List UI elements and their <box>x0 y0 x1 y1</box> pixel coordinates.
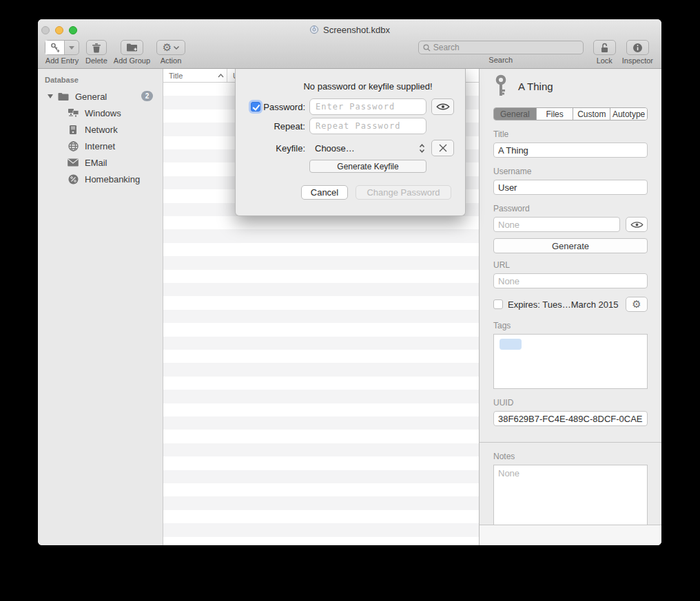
inspector-footer <box>480 525 661 545</box>
inspector-tabs: General Files Custom Autotype <box>493 107 648 120</box>
disclosure-triangle-icon[interactable] <box>46 94 54 98</box>
notes-section: Notes <box>480 442 661 531</box>
sheet-keyfile-label: Keyfile: <box>276 143 305 154</box>
cancel-button[interactable]: Cancel <box>301 185 348 200</box>
eye-icon <box>630 221 644 229</box>
password-label: Password <box>493 204 648 213</box>
generate-keyfile-button[interactable]: Generate Keyfile <box>309 160 426 173</box>
server-icon <box>67 125 79 135</box>
url-label: URL <box>493 260 648 270</box>
sidebar-item-network[interactable]: Network <box>38 121 163 138</box>
gear-icon: ⚙ <box>632 299 641 310</box>
sidebar-item-label: Network <box>85 125 118 135</box>
info-icon <box>632 43 643 53</box>
toolbar-right: Search Lock Insp <box>418 40 653 65</box>
inspector-panel: A Thing General Files Custom Autotype Ti… <box>479 69 661 545</box>
tab-files[interactable]: Files <box>537 108 574 120</box>
inspector-button[interactable] <box>626 40 649 55</box>
expires-row: Expires: Tues…March 2015 ⚙ <box>493 297 648 312</box>
action-item: ⚙ Action <box>156 40 185 65</box>
add-group-button[interactable] <box>121 40 143 55</box>
password-checkbox[interactable] <box>251 102 260 112</box>
password-field[interactable] <box>493 217 620 232</box>
key-icon <box>493 74 508 98</box>
key-plus-icon <box>45 41 65 54</box>
enter-password-field[interactable] <box>309 98 426 115</box>
folder-icon <box>57 92 70 101</box>
password-row: Password: <box>236 98 465 116</box>
column-header-title[interactable]: Title <box>163 69 227 82</box>
gear-icon: ⚙ <box>163 43 172 53</box>
sidebar-item-homebanking[interactable]: Homebanking <box>38 171 163 187</box>
sidebar-item-general[interactable]: General 2 <box>38 88 163 105</box>
tab-custom[interactable]: Custom <box>573 108 610 120</box>
tags-label: Tags <box>493 321 648 330</box>
repeat-password-field[interactable] <box>309 118 426 134</box>
reveal-password-button[interactable] <box>431 98 454 115</box>
change-password-button[interactable]: Change Password <box>356 185 451 200</box>
inspector-label: Inspector <box>622 56 653 65</box>
sidebar-item-label: Internet <box>85 141 115 151</box>
add-group-item: Add Group <box>114 40 150 65</box>
lock-label: Lock <box>597 56 612 65</box>
window-title-area: Screenshot.kdbx <box>38 19 661 40</box>
sidebar-item-internet[interactable]: Internet <box>38 138 163 154</box>
action-button[interactable]: ⚙ <box>156 40 185 55</box>
window-title: Screenshot.kdbx <box>323 25 390 35</box>
url-field[interactable] <box>493 273 648 288</box>
sidebar-item-label: General <box>75 92 107 102</box>
delete-button[interactable] <box>86 40 107 55</box>
tab-general[interactable]: General <box>494 108 537 120</box>
entry-title: A Thing <box>518 81 553 92</box>
notes-label: Notes <box>493 452 648 461</box>
chevron-down-icon <box>174 46 179 50</box>
keyfile-popup[interactable]: Choose… <box>309 143 426 154</box>
uuid-field[interactable] <box>493 411 648 426</box>
windows-network-icon <box>67 108 79 118</box>
search-icon <box>423 44 431 52</box>
sidebar-item-windows[interactable]: Windows <box>38 105 163 121</box>
add-entry-item: Add Entry <box>45 40 79 65</box>
stepper-icon <box>419 144 425 153</box>
sidebar-item-email[interactable]: EMail <box>38 154 163 171</box>
add-entry-dropdown[interactable] <box>65 41 79 54</box>
action-label: Action <box>161 56 182 65</box>
entry-count-badge: 2 <box>141 91 153 101</box>
lock-button[interactable] <box>593 40 616 55</box>
tags-box[interactable] <box>493 334 648 389</box>
title-field[interactable] <box>493 143 648 158</box>
titlebar[interactable]: Screenshot.kdbx <box>38 19 661 40</box>
delete-item: Delete <box>85 40 107 65</box>
search-input[interactable] <box>433 43 579 52</box>
sidebar-item-label: EMail <box>85 158 107 168</box>
expires-checkbox[interactable] <box>493 299 503 309</box>
sidebar: Database General 2 Windows <box>38 69 163 545</box>
sheet-message: No password or keyfile supplied! <box>309 81 426 92</box>
search-label: Search <box>488 56 513 64</box>
sidebar-header: Database <box>38 74 163 88</box>
sidebar-item-label: Homebanking <box>85 174 140 184</box>
clear-keyfile-button[interactable] <box>431 140 454 156</box>
notes-field[interactable] <box>493 465 648 529</box>
lock-open-icon <box>600 43 609 53</box>
username-field[interactable] <box>493 180 648 195</box>
search-field[interactable] <box>418 41 584 54</box>
repeat-row: Repeat: <box>236 117 465 135</box>
trash-icon <box>92 43 101 53</box>
tag-chip[interactable] <box>500 339 522 350</box>
username-label: Username <box>493 167 648 176</box>
reveal-password-button[interactable] <box>626 217 648 232</box>
generate-password-button[interactable]: Generate <box>493 238 648 253</box>
add-entry-button[interactable] <box>45 40 79 55</box>
envelope-icon <box>67 158 79 167</box>
app-window: Screenshot.kdbx Add Entry <box>38 19 661 545</box>
sidebar-item-label: Windows <box>85 108 121 118</box>
search-item: Search <box>418 40 584 64</box>
globe-icon <box>67 141 79 151</box>
sheet-password-label: Password: <box>263 102 305 112</box>
expires-settings-button[interactable]: ⚙ <box>626 297 648 312</box>
percent-icon <box>67 174 79 184</box>
add-group-label: Add Group <box>114 56 150 65</box>
title-label: Title <box>493 129 648 139</box>
tab-autotype[interactable]: Autotype <box>610 108 647 120</box>
